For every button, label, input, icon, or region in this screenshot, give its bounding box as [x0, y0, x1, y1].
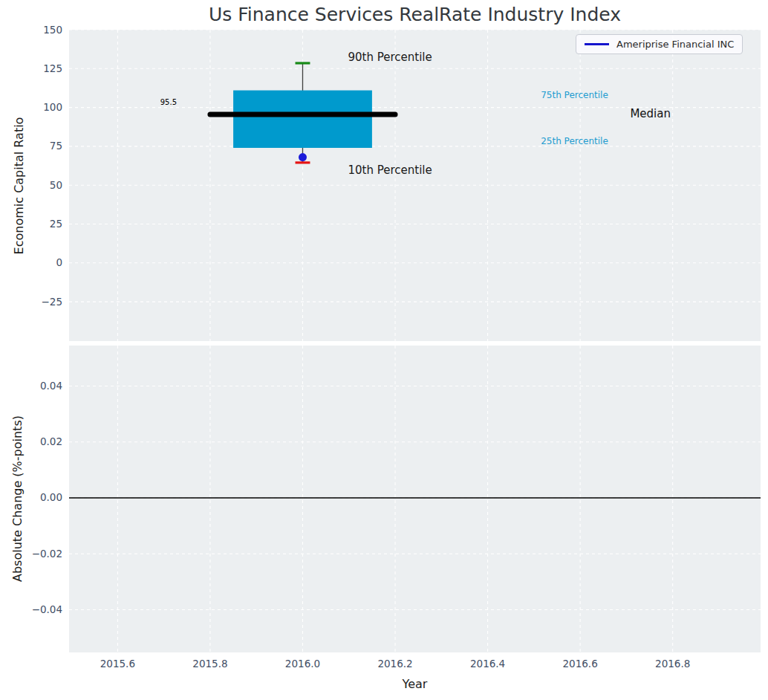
legend-line-icon — [585, 43, 609, 45]
bottom-panel-background — [69, 346, 761, 652]
y-tick-label-top: 25 — [50, 218, 62, 230]
p75-label: 75th Percentile — [541, 90, 608, 100]
x-tick-label: 2016.8 — [655, 658, 690, 670]
y-tick-label-top: −25 — [42, 296, 63, 308]
y-tick-label-bottom: −0.04 — [32, 603, 62, 615]
iqr-box — [233, 91, 372, 148]
y-tick-label-bottom: 0.04 — [40, 380, 62, 392]
chart-title: Us Finance Services RealRate Industry In… — [69, 4, 761, 25]
y-axis-label-bottom: Absolute Change (%-points) — [10, 415, 25, 582]
x-tick-label: 2016.4 — [470, 658, 505, 670]
x-axis-label: Year — [69, 677, 761, 691]
y-tick-label-top: 125 — [43, 62, 62, 74]
y-tick-label-top: 100 — [43, 101, 62, 113]
legend-label: Ameriprise Financial INC — [616, 39, 734, 50]
legend: Ameriprise Financial INC — [576, 34, 743, 54]
company-data-point — [299, 153, 307, 161]
y-tick-label-bottom: 0.02 — [40, 435, 62, 447]
y-tick-label-top: 150 — [43, 24, 62, 36]
p25-label: 25th Percentile — [541, 136, 608, 146]
median-label: Median — [630, 107, 671, 120]
x-tick-label: 2016.0 — [285, 658, 320, 670]
y-tick-label-top: 0 — [56, 256, 62, 268]
median-value-label: 95.5 — [160, 98, 177, 106]
y-tick-label-top: 50 — [50, 179, 62, 191]
p90-label: 90th Percentile — [348, 51, 432, 64]
chart-canvas: 2015.62015.82016.02016.22016.42016.62016… — [0, 0, 768, 700]
y-axis-label-top: Economic Capital Ratio — [12, 117, 26, 255]
y-tick-label-bottom: −0.02 — [32, 548, 62, 560]
figure: 2015.62015.82016.02016.22016.42016.62016… — [0, 0, 768, 700]
x-tick-label: 2016.2 — [377, 658, 412, 670]
x-tick-label: 2016.6 — [563, 658, 598, 670]
x-tick-label: 2015.6 — [100, 658, 135, 670]
p10-label: 10th Percentile — [348, 163, 432, 177]
x-tick-label: 2015.8 — [192, 658, 227, 670]
y-tick-label-bottom: 0.00 — [40, 491, 62, 503]
y-tick-label-top: 75 — [50, 140, 62, 152]
